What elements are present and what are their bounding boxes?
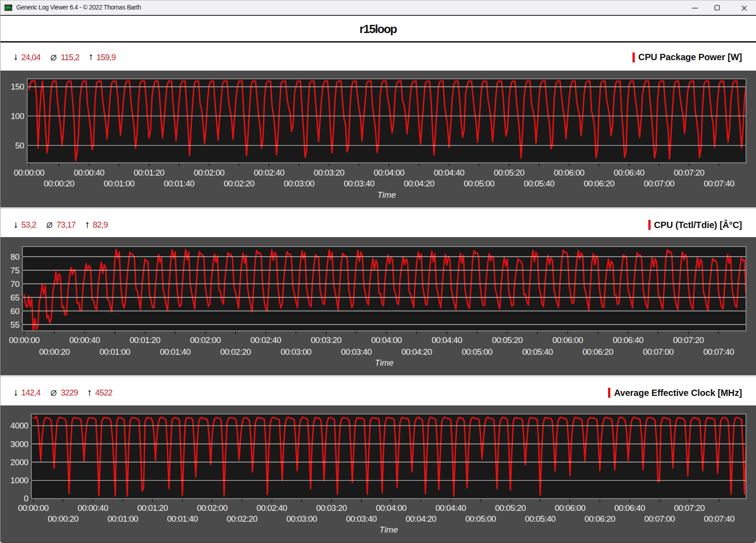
svg-text:00:07:20: 00:07:20 [674,503,705,513]
svg-text:00:04:40: 00:04:40 [434,168,465,177]
svg-text:00:07:20: 00:07:20 [673,335,704,345]
svg-text:00:03:40: 00:03:40 [344,178,375,188]
svg-text:00:05:00: 00:05:00 [462,347,493,357]
svg-text:00:03:40: 00:03:40 [346,514,377,524]
svg-text:00:01:40: 00:01:40 [160,347,190,357]
svg-text:00:05:00: 00:05:00 [464,178,494,188]
svg-text:00:06:40: 00:06:40 [613,335,643,345]
svg-text:00:07:40: 00:07:40 [704,178,735,188]
svg-text:00:04:20: 00:04:20 [404,178,434,188]
svg-text:60: 60 [10,306,19,315]
svg-text:00:00:00: 00:00:00 [18,503,49,513]
svg-text:80: 80 [10,252,19,261]
svg-text:4000: 4000 [10,421,29,430]
svg-text:00:01:00: 00:01:00 [107,514,138,524]
svg-text:00:03:20: 00:03:20 [311,335,342,345]
svg-text:00:04:40: 00:04:40 [436,503,466,513]
svg-text:00:07:40: 00:07:40 [704,347,734,357]
svg-text:00:04:00: 00:04:00 [376,503,407,513]
svg-text:00:02:00: 00:02:00 [197,503,228,513]
svg-text:00:06:40: 00:06:40 [614,168,645,177]
svg-text:00:06:20: 00:06:20 [583,347,613,357]
svg-text:00:01:20: 00:01:20 [130,335,161,345]
svg-text:00:04:40: 00:04:40 [432,335,462,345]
svg-text:70: 70 [10,279,19,288]
svg-text:00:03:20: 00:03:20 [316,503,347,513]
svg-text:00:02:40: 00:02:40 [257,503,287,513]
svg-text:00:03:00: 00:03:00 [281,347,311,357]
svg-text:00:05:00: 00:05:00 [465,514,496,524]
svg-text:00:06:40: 00:06:40 [614,503,645,513]
svg-text:00:00:20: 00:00:20 [48,514,79,524]
svg-text:00:02:00: 00:02:00 [194,168,224,177]
svg-text:55: 55 [10,319,19,329]
svg-text:50: 50 [15,140,24,150]
svg-text:2000: 2000 [10,457,29,467]
svg-text:00:02:20: 00:02:20 [220,347,251,357]
svg-text:00:05:20: 00:05:20 [492,335,523,345]
svg-text:00:04:00: 00:04:00 [374,168,404,177]
svg-text:Time: Time [377,190,396,200]
svg-text:00:00:40: 00:00:40 [74,168,105,177]
svg-text:1000: 1000 [10,476,29,485]
svg-text:00:02:40: 00:02:40 [251,335,281,345]
svg-text:00:06:00: 00:06:00 [552,335,583,345]
svg-text:00:05:40: 00:05:40 [522,347,553,357]
svg-text:00:01:20: 00:01:20 [137,503,168,513]
svg-text:00:03:00: 00:03:00 [284,178,314,188]
svg-text:00:07:00: 00:07:00 [644,514,675,524]
svg-text:00:05:40: 00:05:40 [524,178,555,188]
svg-text:00:02:00: 00:02:00 [190,335,221,345]
svg-text:00:00:00: 00:00:00 [14,168,44,177]
svg-text:0: 0 [24,494,29,503]
svg-text:00:06:20: 00:06:20 [584,178,614,188]
svg-text:00:04:00: 00:04:00 [371,335,402,345]
svg-text:00:04:20: 00:04:20 [401,347,432,357]
svg-text:65: 65 [10,292,19,302]
svg-text:00:07:00: 00:07:00 [644,178,675,188]
svg-text:00:01:40: 00:01:40 [167,514,198,524]
svg-text:00:00:00: 00:00:00 [9,335,40,345]
svg-text:Time: Time [375,357,394,367]
svg-text:00:03:20: 00:03:20 [314,168,345,177]
svg-text:00:05:20: 00:05:20 [495,503,526,513]
svg-text:150: 150 [11,82,24,91]
svg-text:00:03:40: 00:03:40 [341,347,372,357]
svg-text:00:05:20: 00:05:20 [494,168,524,177]
svg-text:00:06:20: 00:06:20 [585,514,615,524]
svg-text:00:06:00: 00:06:00 [554,168,585,177]
svg-text:00:02:20: 00:02:20 [224,178,255,188]
svg-text:00:01:00: 00:01:00 [100,347,130,357]
svg-text:00:04:20: 00:04:20 [406,514,437,524]
svg-text:100: 100 [11,111,24,120]
svg-text:00:00:40: 00:00:40 [78,503,109,513]
svg-text:00:06:00: 00:06:00 [555,503,585,513]
svg-text:00:05:40: 00:05:40 [525,514,556,524]
svg-text:00:00:20: 00:00:20 [39,347,70,357]
svg-text:00:00:20: 00:00:20 [44,178,75,188]
svg-text:00:02:40: 00:02:40 [254,168,285,177]
svg-text:00:01:00: 00:01:00 [104,178,134,188]
svg-text:00:07:20: 00:07:20 [674,168,704,177]
svg-text:00:03:00: 00:03:00 [286,514,317,524]
svg-text:00:02:20: 00:02:20 [227,514,257,524]
svg-text:00:00:40: 00:00:40 [69,335,100,345]
svg-text:3000: 3000 [10,439,29,449]
svg-text:00:01:20: 00:01:20 [134,168,165,177]
svg-text:00:01:40: 00:01:40 [164,178,195,188]
svg-text:00:07:40: 00:07:40 [704,514,735,524]
svg-text:Time: Time [380,525,398,534]
svg-text:00:07:00: 00:07:00 [643,347,674,357]
svg-text:75: 75 [10,265,19,275]
